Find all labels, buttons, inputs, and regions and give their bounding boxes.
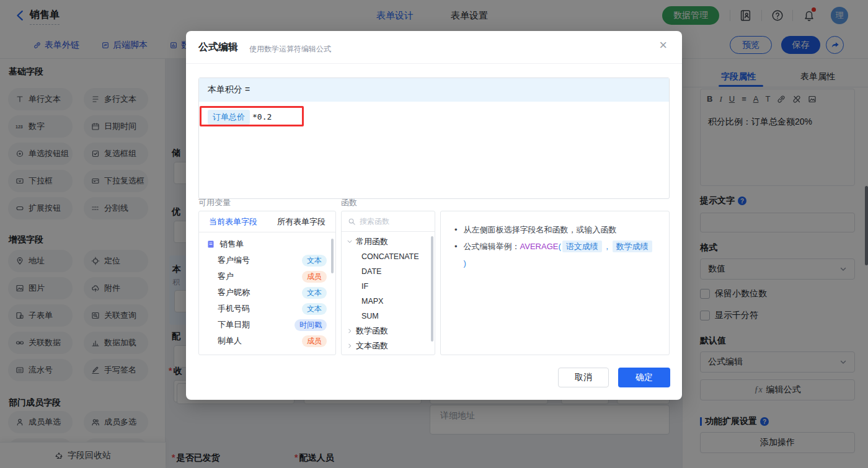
search-icon — [348, 218, 356, 226]
help-tip-1: •从左侧面板选择字段名和函数，或输入函数 — [454, 221, 655, 238]
close-icon[interactable]: × — [659, 38, 667, 52]
variable-item[interactable]: 下单日期时间戳 — [199, 317, 335, 333]
formula-editor-box: 本单积分 = 订单总价*0.2 — [198, 77, 670, 199]
function-search — [342, 211, 435, 232]
formula-target: 本单积分 = — [199, 78, 669, 102]
help-tip-2: • 公式编辑举例：AVERAGE(语文成绩，数学成绩) — [454, 238, 655, 272]
function-item[interactable]: IF — [342, 279, 435, 294]
variable-item[interactable]: 客户昵称文本 — [199, 285, 335, 301]
formula-help-panel: •从左侧面板选择字段名和函数，或输入函数 • 公式编辑举例：AVERAGE(语文… — [440, 211, 670, 355]
function-item[interactable]: DATE — [342, 264, 435, 279]
formula-expression: *0.2 — [252, 112, 272, 121]
confirm-button[interactable]: 确定 — [618, 368, 670, 387]
variable-item[interactable]: 制单人成员 — [199, 333, 335, 349]
type-badge: 成员 — [302, 271, 327, 283]
formula-input-area[interactable]: 订单总价*0.2 — [199, 102, 669, 198]
cancel-button[interactable]: 取消 — [558, 368, 609, 387]
modal-subtitle: 使用数学运算符编辑公式 — [249, 44, 331, 55]
type-badge: 文本 — [302, 255, 327, 267]
function-group-text[interactable]: 文本函数 — [342, 338, 435, 353]
modal-header: 公式编辑 使用数学运算符编辑公式 × — [186, 31, 682, 64]
variables-form-node[interactable]: 销售单 — [199, 236, 335, 252]
variables-label: 可用变量 — [198, 197, 231, 208]
formula-field-chip[interactable]: 订单总价 — [208, 110, 250, 125]
function-search-input[interactable] — [360, 217, 422, 226]
type-badge: 文本 — [302, 287, 327, 299]
functions-scrollbar[interactable] — [431, 236, 433, 342]
tab-all-form-fields[interactable]: 所有表单字段 — [267, 211, 335, 232]
type-badge: 文本 — [302, 303, 327, 315]
variables-panel: 当前表单字段 所有表单字段 销售单 客户编号文本 客户成员 客户昵称文本 手机号… — [198, 211, 336, 355]
tab-current-form-fields[interactable]: 当前表单字段 — [199, 211, 267, 232]
variable-item[interactable]: 手机号码文本 — [199, 301, 335, 317]
modal-title: 公式编辑 — [198, 41, 238, 54]
function-group-math[interactable]: 数学函数 — [342, 324, 435, 338]
function-item[interactable]: MAPX — [342, 294, 435, 309]
chevron-right-icon — [347, 343, 353, 349]
variable-item[interactable]: 客户编号文本 — [199, 252, 335, 268]
functions-panel: 常用函数 CONCATENATE DATE IF MAPX SUM 数学函数 文… — [341, 211, 435, 355]
chevron-down-icon — [347, 239, 353, 245]
function-item[interactable]: SUM — [342, 309, 435, 324]
variables-tabs: 当前表单字段 所有表单字段 — [199, 211, 335, 232]
example-field-chip: 语文成绩 — [562, 241, 602, 252]
chevron-right-icon — [347, 328, 353, 334]
function-group-common[interactable]: 常用函数 — [342, 234, 435, 249]
type-badge: 时间戳 — [294, 319, 327, 331]
functions-label: 函数 — [341, 197, 357, 208]
example-function-name: AVERAGE — [520, 238, 559, 255]
example-field-chip: 数学成绩 — [613, 241, 652, 252]
formula-editor-modal: 公式编辑 使用数学运算符编辑公式 × 本单积分 = 订单总价*0.2 可用变量 … — [186, 31, 682, 400]
document-icon — [206, 240, 215, 249]
variable-item[interactable]: 客户成员 — [199, 268, 335, 285]
variables-scrollbar[interactable] — [331, 239, 334, 273]
type-badge: 成员 — [302, 335, 327, 347]
function-item[interactable]: CONCATENATE — [342, 249, 435, 264]
